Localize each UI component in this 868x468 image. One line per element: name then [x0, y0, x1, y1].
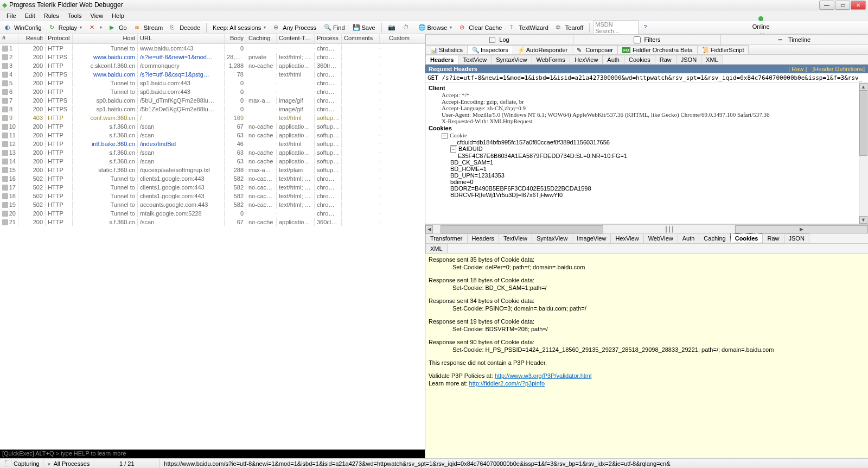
- session-row[interactable]: 2200HTTPSwww.baidu.com/s?ie=utf-8&newi=1…: [0, 53, 425, 61]
- col-[interactable]: #: [0, 34, 18, 43]
- req-tab-json[interactable]: JSON: [676, 55, 701, 64]
- resp-tab-cookies[interactable]: Cookies: [730, 233, 763, 243]
- req-tab-auth[interactable]: Auth: [602, 55, 624, 64]
- menu-rules[interactable]: Rules: [40, 11, 63, 20]
- scroll-down-icon[interactable]: ▼: [859, 216, 867, 224]
- req-tab-xml[interactable]: XML: [701, 55, 723, 64]
- horizontal-scrollbar[interactable]: ◀ ┃┃┃ ▶: [425, 224, 868, 233]
- header-line[interactable]: Client: [425, 84, 868, 92]
- keep-sessions-button[interactable]: Keep: All sessions: [210, 23, 269, 32]
- maximize-button[interactable]: ▭: [835, 1, 850, 10]
- req-tab-syntaxview[interactable]: SyntaxView: [491, 55, 532, 64]
- col-host[interactable]: Host: [73, 34, 138, 43]
- header-line[interactable]: Accept: */*: [425, 92, 868, 98]
- resp-tab-caching[interactable]: Caching: [699, 233, 730, 243]
- capturing-status[interactable]: Capturing: [2, 459, 43, 468]
- header-line[interactable]: −BAIDUID: [425, 146, 868, 153]
- session-row[interactable]: 3200HTTPc.skconf.f.360.cn/commonquery1,2…: [0, 61, 425, 70]
- resp-tab-raw[interactable]: Raw: [762, 233, 784, 243]
- find-button[interactable]: 🔍Find: [321, 23, 347, 33]
- remove-button[interactable]: ✕: [87, 23, 105, 33]
- col-protocol[interactable]: Protocol: [46, 34, 73, 43]
- session-row[interactable]: 16502HTTPTunnel toclients1.google.com:44…: [0, 174, 425, 183]
- session-row[interactable]: 5200HTTPTunnel tosp1.baidu.com:4430chrom…: [0, 79, 425, 87]
- header-line[interactable]: E35F4C87E6B6034A1EA5879FDEDD734D:SL=0:NR…: [425, 153, 868, 159]
- clear-cache-button[interactable]: ⊘Clear Cache: [457, 23, 505, 33]
- textwizard-button[interactable]: TTextWizard: [507, 23, 551, 33]
- go-button[interactable]: ▶Go: [107, 23, 130, 33]
- save-button[interactable]: 💾Save: [350, 23, 378, 33]
- menu-help[interactable]: Help: [107, 11, 129, 20]
- minimize-button[interactable]: —: [819, 1, 834, 10]
- header-line[interactable]: Accept-Language: zh-CN,zh;q=0.9: [425, 105, 868, 111]
- session-row[interactable]: 4200HTTPSwww.baidu.com/s?ie=utf-8&csq=1&…: [0, 70, 425, 79]
- screenshot-button[interactable]: 📷: [385, 23, 398, 33]
- session-row[interactable]: 17502HTTPTunnel toclients1.google.com:44…: [0, 183, 425, 192]
- resp-tab-auth[interactable]: Auth: [678, 233, 700, 243]
- main-tab-fiddler-orchestra-beta[interactable]: FOFiddler Orchestra Beta: [617, 45, 698, 54]
- col-body[interactable]: Body: [225, 34, 246, 43]
- header-line[interactable]: BDORZ=B490B5EBF6F3CD402E515D22BCDA1598: [425, 185, 868, 192]
- timer-button[interactable]: ⏱: [400, 23, 413, 33]
- browse-button[interactable]: 🌐Browse: [416, 23, 455, 33]
- scroll-right-icon[interactable]: ▶: [735, 225, 868, 233]
- header-definitions-link[interactable]: [Header Definitions]: [812, 66, 865, 72]
- resp-tab-hexview[interactable]: HexView: [610, 233, 643, 243]
- header-line[interactable]: User-Agent: Mozilla/5.0 (Windows NT 6.1;…: [425, 111, 868, 118]
- top-tab-timeline[interactable]: ━ Timeline: [720, 34, 868, 45]
- session-row[interactable]: 1200HTTPTunnel towww.baidu.com:4430chrom…: [0, 44, 425, 53]
- header-line[interactable]: BD_CK_SAM=1: [425, 159, 868, 166]
- req-tab-raw[interactable]: Raw: [655, 55, 676, 64]
- header-line[interactable]: BDRCVFR[feWj1Vr5u3D]=I67x6TjHwwYf0: [425, 192, 868, 198]
- top-tab-filters[interactable]: Filters: [573, 34, 721, 45]
- session-row[interactable]: 15200HTTPstatic.f.360.cn/qucexp/safe/sof…: [0, 166, 425, 174]
- process-filter[interactable]: All Processes: [44, 459, 94, 468]
- col-result[interactable]: Result: [18, 34, 46, 43]
- resp-tab-imageview[interactable]: ImageView: [572, 233, 611, 243]
- hscroll-thumb[interactable]: [441, 225, 603, 233]
- resp-tab-transformer[interactable]: Transformer: [425, 233, 468, 243]
- header-line[interactable]: Accept-Encoding: gzip, deflate, br: [425, 98, 868, 105]
- main-tab-fiddlerscript[interactable]: 📜FiddlerScript: [697, 45, 749, 54]
- replay-button[interactable]: ↻Replay: [47, 23, 85, 33]
- response-cookies-panel[interactable]: Response sent 35 bytes of Cookie data:Se…: [425, 254, 868, 458]
- col-url[interactable]: URL: [138, 34, 225, 43]
- header-line[interactable]: BD_HOME=1: [425, 166, 868, 172]
- request-headers-tree[interactable]: ClientAccept: */*Accept-Encoding: gzip, …: [425, 83, 868, 224]
- resp-tab-syntaxview[interactable]: SyntaxView: [532, 233, 572, 243]
- main-tab-statistics[interactable]: 📊Statistics: [425, 45, 468, 54]
- vertical-scrollbar[interactable]: ▲ ▼: [859, 83, 868, 224]
- scroll-left-icon[interactable]: ◀: [425, 225, 433, 233]
- session-row[interactable]: 20200HTTPTunnel tomtalk.google.com:52280…: [0, 209, 425, 218]
- raw-link[interactable]: [ Raw ]: [788, 66, 807, 72]
- close-button[interactable]: ✕: [851, 1, 866, 10]
- header-line[interactable]: __cfduid=db184bfb995fc157a0f80ccaef8f389…: [425, 139, 868, 146]
- header-line[interactable]: X-Requested-With: XMLHttpRequest: [425, 118, 868, 124]
- msdn-search-input[interactable]: MSDN Search...: [593, 20, 639, 35]
- header-line[interactable]: bdime=0: [425, 179, 868, 185]
- stream-button[interactable]: ≋Stream: [132, 23, 165, 33]
- main-tab-inspectors[interactable]: 🔍Inspectors: [467, 45, 513, 54]
- col-process[interactable]: Process: [315, 34, 342, 43]
- menu-edit[interactable]: Edit: [21, 11, 40, 20]
- req-tab-textview[interactable]: TextView: [458, 55, 492, 64]
- p3p-validator-link[interactable]: http://www.w3.org/P3P/validator.html: [495, 372, 592, 379]
- req-tab-hexview[interactable]: HexView: [570, 55, 603, 64]
- resp-tab-textview[interactable]: TextView: [499, 233, 532, 243]
- session-row[interactable]: 8200HTTPSsp1.baidu.com/5b1ZeDe5KgQFm2e88…: [0, 105, 425, 113]
- resp-tab-headers[interactable]: Headers: [467, 233, 500, 243]
- col-contenttype[interactable]: Content-Type: [277, 34, 315, 43]
- col-custom[interactable]: Custom: [380, 34, 412, 43]
- session-row[interactable]: 14200HTTPs.f.360.cn/scan63no-cacheapplic…: [0, 157, 425, 166]
- resp-tab-webview[interactable]: WebView: [643, 233, 678, 243]
- winconfig-button[interactable]: ◐WinConfig: [2, 23, 44, 33]
- main-tab-composer[interactable]: ✎Composer: [572, 45, 618, 54]
- req-tab-webforms[interactable]: WebForms: [532, 55, 571, 64]
- resp-tab-json[interactable]: JSON: [784, 233, 809, 243]
- p3p-learn-link[interactable]: http://fiddler2.com/r/?p3pinfo: [469, 380, 545, 387]
- menu-file[interactable]: File: [2, 11, 21, 20]
- col-comments[interactable]: Comments: [342, 34, 380, 43]
- menu-tools[interactable]: Tools: [63, 11, 86, 20]
- session-row[interactable]: 9403HTTPconf.wsm.360.cn/169text/htmlsoft…: [0, 113, 425, 122]
- header-line[interactable]: Cookies: [425, 124, 868, 132]
